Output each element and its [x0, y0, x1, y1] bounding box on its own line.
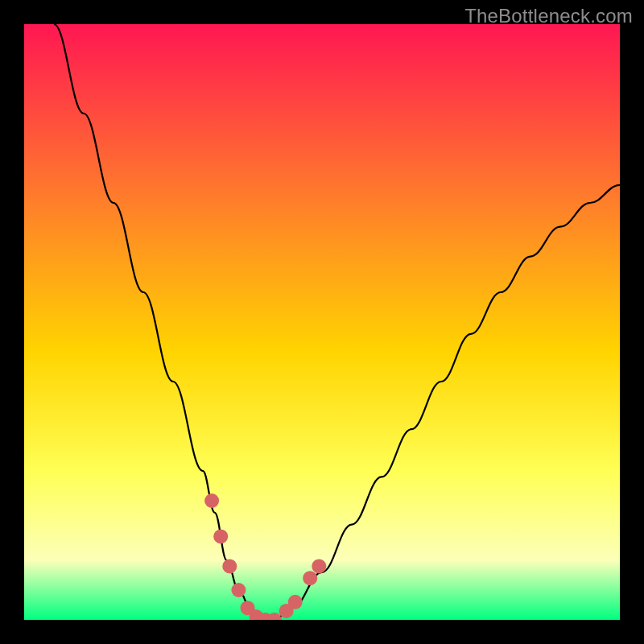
- chart-frame: [0, 0, 644, 644]
- watermark-text: TheBottleneck.com: [464, 5, 633, 27]
